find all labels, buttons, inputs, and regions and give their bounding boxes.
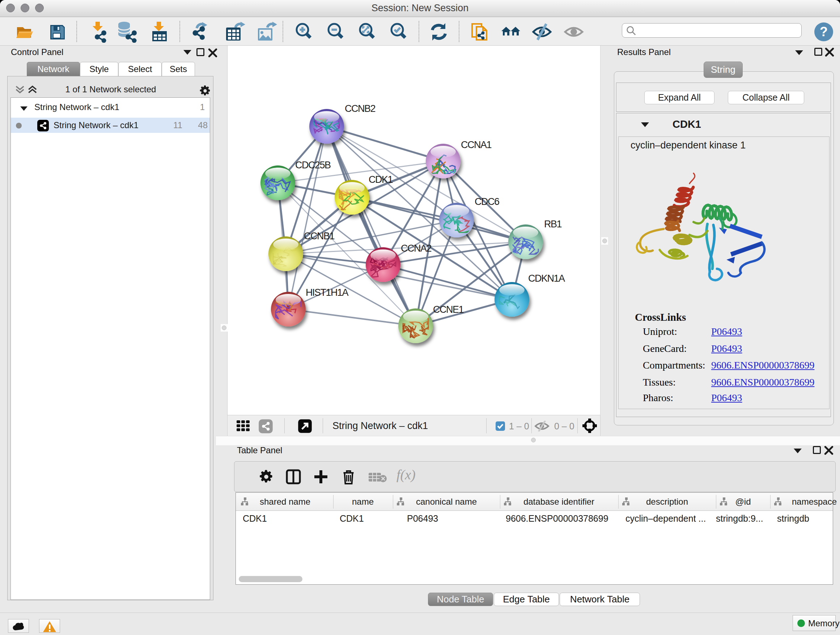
- svg-text:CDC25B: CDC25B: [295, 160, 331, 171]
- svg-text:CCNA1: CCNA1: [461, 139, 492, 150]
- svg-text:RB1: RB1: [544, 219, 562, 230]
- svg-text:CCNA2: CCNA2: [401, 243, 431, 254]
- svg-text:CDC6: CDC6: [475, 196, 499, 207]
- svg-text:CDK1: CDK1: [369, 174, 393, 185]
- svg-text:CCNB1: CCNB1: [304, 231, 335, 241]
- svg-text:HIST1H1A: HIST1H1A: [306, 287, 349, 298]
- svg-text:CDKN1A: CDKN1A: [528, 273, 565, 284]
- svg-text:CCNB2: CCNB2: [345, 103, 376, 114]
- svg-text:?: ?: [820, 24, 828, 39]
- svg-text:CCNE1: CCNE1: [433, 304, 464, 315]
